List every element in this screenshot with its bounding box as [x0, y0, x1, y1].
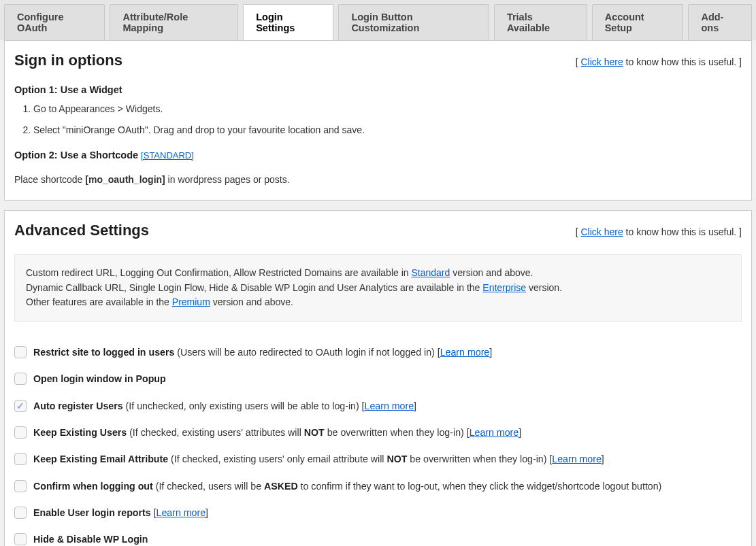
shortcode-post: in wordpress pages or posts. [165, 174, 290, 185]
tabs-bar: Configure OAuth Attribute/Role Mapping L… [0, 0, 756, 40]
option-label-after: ] [519, 427, 521, 438]
advanced-hint: [ Click here to know how this is useful.… [576, 226, 742, 237]
learn-more-link[interactable]: Learn more [552, 454, 602, 464]
tab-add-ons[interactable]: Add-ons [688, 4, 752, 40]
option-label-after: ] [206, 507, 208, 518]
option-checkbox[interactable] [14, 346, 27, 358]
learn-more-link[interactable]: Learn more [440, 347, 490, 358]
tab-attribute-role-mapping[interactable]: Attribute/Role Mapping [110, 4, 238, 40]
widget-steps: Go to Appearances > Widgets. Select "min… [33, 102, 742, 137]
option-label-rest: (Users will be auto redirected to OAuth … [174, 347, 440, 358]
tab-login-settings[interactable]: Login Settings [243, 4, 333, 40]
hint-suffix: to know how this is useful. ] [623, 56, 742, 67]
learn-more-link[interactable]: Learn more [157, 507, 206, 518]
notice-line1a: Custom redirect URL, Logging Out Confirm… [26, 267, 411, 278]
shortcode-code: [mo_oauth_login] [85, 174, 165, 185]
option-label-bold: Confirm when logging out [33, 481, 153, 492]
option-row: Confirm when logging out (If checked, us… [14, 473, 742, 500]
option-label-rest: (If checked, users will be ASKED to conf… [153, 481, 662, 492]
option-label: Keep Existing Users (If checked, existin… [33, 426, 521, 440]
signin-title: Sign in options [14, 52, 122, 69]
notice-line1b: version and above. [450, 267, 533, 278]
option-checkbox[interactable] [14, 533, 27, 545]
premium-version-link[interactable]: Premium [172, 296, 210, 307]
signin-panel: Sign in options [ Click here to know how… [4, 40, 752, 201]
advanced-panel: Advanced Settings [ Click here to know h… [4, 210, 752, 546]
option-label-bold: Auto register Users [33, 400, 123, 411]
option-checkbox[interactable] [14, 373, 27, 385]
notice-line3b: version and above. [210, 296, 293, 307]
signin-hint-link[interactable]: Click here [580, 56, 623, 67]
option-checkbox[interactable] [14, 400, 27, 412]
option-row: Keep Existing Users (If checked, existin… [14, 420, 742, 446]
notice-line1: Custom redirect URL, Logging Out Confirm… [26, 266, 730, 281]
option-label-after: ] [602, 454, 604, 464]
option-label-bold: Keep Existing Users [33, 427, 127, 438]
version-notice: Custom redirect URL, Logging Out Confirm… [14, 254, 742, 322]
step-2: Select "miniOrange OAuth". Drag and drop… [33, 123, 742, 137]
notice-line2: Dynamic Callback URL, Single Login Flow,… [26, 281, 730, 296]
option-label-bold: Open login window in Popup [33, 373, 166, 384]
tab-configure-oauth[interactable]: Configure OAuth [4, 4, 105, 40]
signin-hint: [ Click here to know how this is useful.… [576, 56, 742, 67]
option2-heading: Option 2: Use a Shortcode [STANDARD] [14, 150, 742, 160]
option-label-rest: (If checked, existing users' only email … [168, 454, 552, 464]
option-checkbox[interactable] [14, 480, 27, 492]
option-checkbox[interactable] [14, 426, 27, 439]
option-row: Hide & Disable WP Login [14, 526, 742, 546]
notice-line3a: Other features are available in the [26, 296, 172, 307]
learn-more-link[interactable]: Learn more [365, 400, 414, 411]
option-label-bold: Keep Existing Email Attribute [33, 454, 168, 464]
option-label-rest: (If unchecked, only existing users will … [123, 400, 365, 411]
option-label: Keep Existing Email Attribute (If checke… [33, 452, 604, 466]
option-label: Auto register Users (If unchecked, only … [33, 399, 416, 413]
notice-line2b: version. [526, 282, 562, 293]
option-label-after: ] [414, 400, 416, 411]
notice-line2a: Dynamic Callback URL, Single Login Flow,… [26, 282, 482, 293]
notice-line3: Other features are available in the Prem… [26, 295, 730, 310]
option-row: Restrict site to logged in users (Users … [14, 339, 742, 366]
option-label-bold: Enable User login reports [33, 507, 151, 518]
option-label-rest: [ [151, 507, 157, 518]
option-row: Auto register Users (If unchecked, only … [14, 393, 742, 420]
options-list: Restrict site to logged in users (Users … [14, 339, 742, 546]
option-checkbox[interactable] [14, 453, 27, 465]
option-label-rest: (If checked, existing users' attributes … [127, 427, 469, 438]
option-row: Open login window in Popup [14, 366, 742, 392]
step-1: Go to Appearances > Widgets. [33, 102, 742, 116]
option-label: Restrict site to logged in users (Users … [33, 345, 492, 360]
option-label-bold: Restrict site to logged in users [33, 347, 174, 358]
standard-tag-link[interactable]: [STANDARD] [141, 150, 194, 160]
option-label: Confirm when logging out (If checked, us… [33, 479, 661, 494]
tab-trials-available[interactable]: Trials Available [494, 4, 587, 40]
option-label: Enable User login reports [Learn more] [33, 506, 208, 520]
tab-account-setup[interactable]: Account Setup [592, 4, 684, 40]
option-label: Hide & Disable WP Login [33, 532, 148, 546]
advanced-title: Advanced Settings [14, 222, 149, 239]
option1-heading: Option 1: Use a Widget [14, 84, 742, 95]
option-label-bold: Hide & Disable WP Login [33, 534, 148, 545]
tab-login-button-customization[interactable]: Login Button Customization [338, 4, 489, 40]
option-row: Enable User login reports [Learn more] [14, 500, 742, 526]
option-checkbox[interactable] [14, 507, 27, 519]
option2-head-text: Option 2: Use a Shortcode [14, 150, 141, 160]
enterprise-version-link[interactable]: Enterprise [482, 282, 526, 293]
standard-version-link[interactable]: Standard [411, 267, 450, 278]
shortcode-pre: Place shortcode [14, 174, 85, 185]
shortcode-instruction: Place shortcode [mo_oauth_login] in word… [14, 174, 742, 185]
advanced-hint-link[interactable]: Click here [580, 226, 623, 237]
option-row: Keep Existing Email Attribute (If checke… [14, 446, 742, 473]
adv-hint-suffix: to know how this is useful. ] [623, 226, 742, 237]
option-label: Open login window in Popup [33, 372, 166, 386]
learn-more-link[interactable]: Learn more [470, 427, 519, 438]
option-label-after: ] [489, 347, 492, 358]
